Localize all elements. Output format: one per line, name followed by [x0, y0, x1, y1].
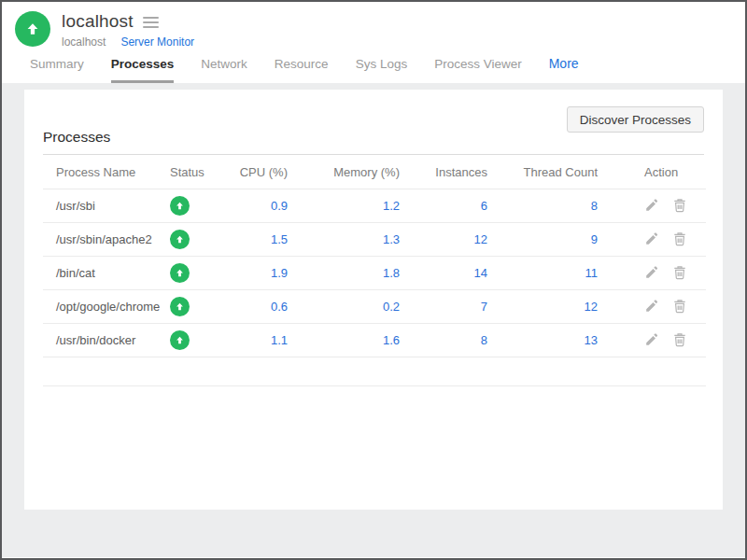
discover-processes-button[interactable]: Discover Processes: [567, 106, 704, 133]
edit-pencil-icon[interactable]: [644, 299, 660, 315]
threads-value-link[interactable]: 11: [585, 266, 599, 280]
cpu-cell: 1.1: [220, 324, 293, 357]
cpu-cell: 1.5: [220, 223, 293, 257]
edit-pencil-icon[interactable]: [644, 332, 660, 348]
threads-value-link[interactable]: 13: [585, 333, 598, 347]
instances-cell: 6: [405, 189, 493, 223]
status-cell: [160, 223, 220, 257]
col-header-instances: Instances: [405, 155, 493, 189]
memory-cell: 1.3: [293, 223, 405, 257]
status-up-icon: [170, 330, 190, 350]
col-header-action: Action: [603, 155, 706, 189]
process-name-cell: /usr/bin/docker: [43, 324, 160, 357]
instances-cell: 8: [405, 324, 493, 357]
edit-pencil-icon[interactable]: [644, 231, 660, 247]
threads-cell: 11: [493, 257, 603, 290]
tab-resource[interactable]: Resource: [275, 57, 329, 83]
delete-trash-icon[interactable]: [672, 299, 688, 315]
instances-cell: 12: [405, 223, 493, 257]
threads-value-link[interactable]: 12: [585, 300, 598, 314]
memory-cell: 1.8: [293, 257, 405, 290]
cpu-value-link[interactable]: 1.9: [271, 266, 288, 280]
status-up-icon: [170, 297, 190, 316]
memory-value-link[interactable]: 0.2: [383, 300, 400, 314]
process-name-cell: /usr/sbin/apache2: [43, 223, 160, 257]
threads-cell: 13: [493, 324, 603, 357]
process-table: Process Name Status CPU (%) Memory (%) I…: [43, 155, 706, 386]
status-cell: [160, 189, 220, 223]
threads-value-link[interactable]: 9: [591, 232, 598, 246]
delete-trash-icon[interactable]: [672, 265, 688, 281]
instances-cell: 14: [405, 257, 493, 290]
cpu-value-link[interactable]: 0.6: [271, 300, 288, 314]
tab-summary[interactable]: Summary: [30, 57, 84, 83]
instances-value-link[interactable]: 6: [481, 199, 487, 213]
tab-sys-logs[interactable]: Sys Logs: [356, 57, 408, 83]
instances-value-link[interactable]: 8: [481, 333, 487, 347]
table-row: /bin/cat1.91.81411: [43, 257, 706, 290]
status-up-icon: [170, 230, 190, 249]
memory-cell: 0.2: [293, 290, 405, 324]
col-header-thread-count: Thread Count: [493, 155, 603, 189]
status-cell: [160, 290, 220, 324]
tab-bar: Summary Processes Network Resource Sys L…: [2, 49, 745, 83]
delete-trash-icon[interactable]: [672, 231, 688, 247]
action-cell: [603, 257, 706, 290]
memory-value-link[interactable]: 1.8: [383, 266, 400, 280]
instances-cell: 7: [405, 290, 493, 324]
menu-icon[interactable]: [143, 15, 159, 28]
status-up-icon: [170, 263, 190, 283]
memory-cell: 1.6: [293, 324, 405, 357]
delete-trash-icon[interactable]: [672, 332, 688, 348]
process-table-body: /usr/sbi0.91.268/usr/sbin/apache21.51.31…: [43, 189, 706, 386]
col-header-status: Status: [160, 155, 220, 189]
cpu-value-link[interactable]: 0.9: [271, 199, 288, 213]
page-background: Discover Processes Processes Process Nam…: [2, 83, 745, 557]
action-cell: [603, 223, 706, 257]
edit-pencil-icon[interactable]: [644, 198, 660, 214]
action-cell: [603, 189, 706, 223]
cpu-value-link[interactable]: 1.1: [271, 333, 288, 347]
tab-network[interactable]: Network: [201, 57, 247, 83]
host-label: localhost: [62, 35, 106, 49]
status-cell: [160, 257, 220, 290]
cpu-value-link[interactable]: 1.5: [271, 232, 288, 246]
tab-processes[interactable]: Processes: [111, 57, 175, 83]
instances-value-link[interactable]: 12: [474, 232, 487, 246]
memory-value-link[interactable]: 1.3: [383, 232, 400, 246]
host-status-icon: [15, 11, 50, 47]
delete-trash-icon[interactable]: [672, 198, 688, 214]
tab-more[interactable]: More: [549, 56, 579, 83]
threads-cell: 12: [493, 290, 603, 324]
col-header-memory: Memory (%): [293, 155, 405, 189]
action-cell: [603, 324, 706, 357]
table-header-row: Process Name Status CPU (%) Memory (%) I…: [43, 155, 706, 189]
status-cell: [160, 324, 220, 357]
threads-cell: 8: [493, 189, 603, 223]
col-header-process-name: Process Name: [43, 155, 160, 189]
table-row: /usr/sbin/apache21.51.3129: [43, 223, 706, 257]
instances-value-link[interactable]: 7: [481, 300, 487, 314]
col-header-cpu: CPU (%): [220, 155, 293, 189]
memory-cell: 1.2: [293, 189, 405, 223]
memory-value-link[interactable]: 1.2: [383, 199, 400, 213]
cpu-cell: 0.6: [220, 290, 293, 324]
action-cell: [603, 290, 706, 324]
up-arrow-icon: [24, 21, 41, 37]
threads-value-link[interactable]: 8: [591, 199, 598, 213]
processes-panel: Discover Processes Processes Process Nam…: [24, 90, 723, 510]
app-header: localhost localhost Server Monitor: [2, 2, 745, 49]
cpu-cell: 0.9: [220, 189, 293, 223]
server-monitor-link[interactable]: Server Monitor: [120, 35, 194, 49]
process-name-cell: /opt/google/chrome: [43, 290, 160, 324]
tab-process-viewer[interactable]: Process Viewer: [434, 57, 522, 83]
edit-pencil-icon[interactable]: [644, 265, 660, 281]
status-up-icon: [170, 196, 190, 216]
table-row: /usr/bin/docker1.11.6813: [43, 324, 706, 357]
memory-value-link[interactable]: 1.6: [383, 333, 400, 347]
process-name-cell: /usr/sbi: [43, 189, 160, 223]
cpu-cell: 1.9: [220, 257, 293, 290]
process-name-cell: /bin/cat: [43, 257, 160, 290]
instances-value-link[interactable]: 14: [474, 266, 487, 280]
table-row: /opt/google/chrome0.60.2712: [43, 290, 706, 324]
